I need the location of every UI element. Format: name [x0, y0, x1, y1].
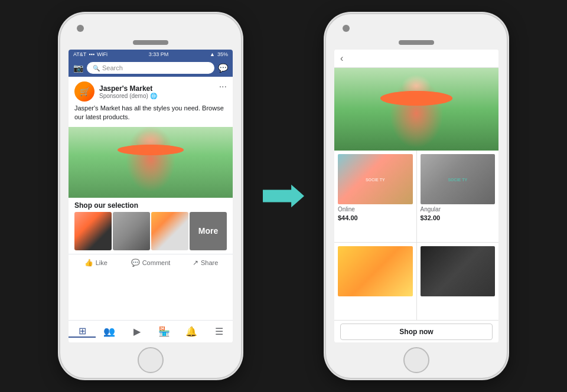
- product-image-1: [338, 154, 413, 204]
- product-cell-angular[interactable]: Angular $32.00: [417, 151, 499, 242]
- fb-selection-title: Shop our selection: [69, 198, 233, 212]
- nav-notifications[interactable]: 🔔: [178, 326, 205, 337]
- fb-actions: 👍 Like 💬 Comment ↗ Share: [69, 254, 233, 271]
- fb-sponsored: Sponsored (demo) 🌐: [99, 93, 157, 99]
- pl-main-image: [334, 68, 498, 151]
- like-button[interactable]: 👍 Like: [69, 254, 123, 271]
- avatar: 🛒: [74, 81, 94, 102]
- product-image-4: [421, 246, 496, 296]
- fb-post-card: 🛒 Jasper's Market Sponsored (demo) 🌐 ···…: [69, 77, 233, 271]
- product-name-2: Angular: [421, 206, 496, 213]
- search-placeholder: Search: [102, 64, 123, 71]
- fb-time: 3:33 PM: [149, 51, 169, 57]
- comment-icon: 💬: [131, 259, 140, 267]
- fb-user-info: Jasper's Market Sponsored (demo) 🌐: [99, 84, 157, 99]
- share-label: Share: [201, 259, 218, 266]
- svg-marker-0: [263, 185, 304, 208]
- back-button[interactable]: ‹: [340, 53, 343, 64]
- sponsored-text: Sponsored (demo): [99, 93, 148, 99]
- fb-post-header: 🛒 Jasper's Market Sponsored (demo) 🌐 ···: [69, 77, 233, 104]
- fb-post-user: 🛒 Jasper's Market Sponsored (demo) 🌐: [74, 81, 157, 102]
- like-label: Like: [96, 259, 107, 266]
- phone-top-right: [326, 14, 507, 50]
- location-icon: ▲: [210, 51, 215, 57]
- pl-screen-content: ‹ Online $44.00 Angular: [334, 50, 498, 320]
- left-phone-screen: AT&T ▪▪▪ WiFi 3:33 PM ▲ 35% 📷 🔍 Search 💬: [69, 50, 233, 342]
- product-thumb-2[interactable]: [113, 212, 150, 250]
- fb-username: Jasper's Market: [99, 84, 157, 93]
- fb-status-bar: AT&T ▪▪▪ WiFi 3:33 PM ▲ 35%: [69, 50, 233, 59]
- nav-marketplace[interactable]: 🏪: [151, 326, 178, 337]
- product-price-2: $32.00: [421, 214, 496, 221]
- product-cell-3[interactable]: [334, 243, 416, 321]
- right-phone-screen: ‹ Online $44.00 Angular: [334, 50, 498, 342]
- search-icon: 🔍: [93, 65, 100, 71]
- phone-speaker-right: [399, 40, 434, 45]
- nav-menu[interactable]: ☰: [206, 326, 233, 337]
- phone-top-left: [60, 14, 241, 50]
- shop-now-button[interactable]: Shop now: [340, 324, 493, 340]
- product-cell-4[interactable]: [417, 243, 499, 321]
- fb-status-left: AT&T ▪▪▪ WiFi: [73, 51, 107, 57]
- fb-battery: 35%: [217, 51, 228, 57]
- shop-now-bar: Shop now: [334, 320, 498, 342]
- more-products-button[interactable]: More: [190, 212, 227, 250]
- arrow-container: [260, 184, 307, 208]
- direction-arrow: [263, 184, 304, 208]
- product-name-1: Online: [338, 206, 413, 213]
- phone-home-left[interactable]: [138, 347, 164, 373]
- globe-icon: 🌐: [150, 93, 157, 99]
- comment-button[interactable]: 💬 Comment: [123, 254, 178, 271]
- nav-video[interactable]: ▶: [123, 326, 151, 337]
- camera-icon[interactable]: 📷: [73, 63, 83, 73]
- product-image-3: [338, 246, 413, 296]
- messenger-icon[interactable]: 💬: [218, 63, 228, 73]
- comment-label: Comment: [142, 259, 171, 266]
- right-phone: ‹ Online $44.00 Angular: [325, 13, 508, 379]
- fb-status-right: ▲ 35%: [210, 51, 228, 57]
- product-thumb-3[interactable]: [151, 212, 188, 250]
- product-thumb-1[interactable]: [74, 212, 112, 250]
- fb-post-text: Jasper's Market has all the styles you n…: [69, 104, 233, 127]
- product-image-2: [421, 154, 496, 204]
- like-icon: 👍: [84, 259, 93, 267]
- nav-home[interactable]: ⊞: [69, 325, 96, 338]
- fb-carrier: AT&T: [73, 51, 86, 57]
- pl-header: ‹: [334, 50, 498, 68]
- signal-icon: ▪▪▪: [89, 51, 94, 57]
- model-image: [69, 127, 233, 198]
- fb-navbar: 📷 🔍 Search 💬: [69, 59, 233, 77]
- nav-friends[interactable]: 👥: [96, 326, 123, 337]
- scene: AT&T ▪▪▪ WiFi 3:33 PM ▲ 35% 📷 🔍 Search 💬: [0, 0, 567, 392]
- wifi-icon: WiFi: [97, 51, 107, 57]
- share-icon: ↗: [193, 259, 198, 267]
- fb-post-image: [69, 127, 233, 198]
- left-phone: AT&T ▪▪▪ WiFi 3:33 PM ▲ 35% 📷 🔍 Search 💬: [59, 13, 242, 379]
- product-cell-online[interactable]: Online $44.00: [334, 151, 416, 242]
- pl-products-grid: Online $44.00 Angular $32.00: [334, 151, 498, 320]
- hero-image: [334, 68, 498, 151]
- more-options-button[interactable]: ···: [219, 81, 227, 92]
- fb-product-row: More: [69, 212, 233, 250]
- fb-bottom-nav: ⊞ 👥 ▶ 🏪 🔔 ☰: [69, 320, 233, 342]
- more-label: More: [198, 226, 218, 236]
- phone-home-right[interactable]: [403, 347, 429, 373]
- phone-speaker-left: [133, 40, 168, 45]
- fb-search-bar[interactable]: 🔍 Search: [87, 62, 214, 74]
- share-button[interactable]: ↗ Share: [178, 254, 233, 271]
- product-price-1: $44.00: [338, 214, 413, 221]
